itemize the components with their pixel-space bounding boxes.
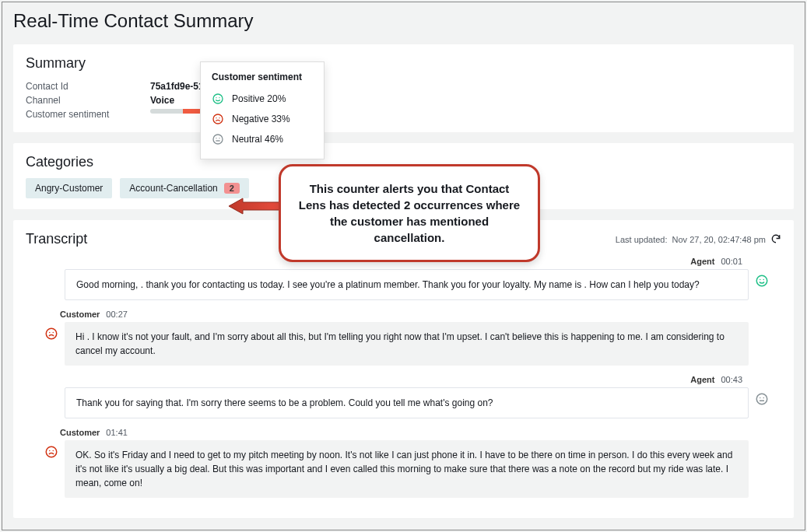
annotation-arrow-icon: [229, 197, 280, 219]
svg-point-8: [216, 138, 216, 138]
page-title: Real-Time Contact Summary: [2, 2, 805, 44]
turn-speaker: Agent: [690, 257, 714, 266]
callout-text: This counter alerts you that Contact Len…: [299, 182, 520, 244]
refresh-icon[interactable]: [770, 233, 781, 246]
turn-speaker: Agent: [690, 375, 714, 384]
turn-time: 00:01: [721, 257, 742, 266]
svg-point-5: [219, 117, 219, 118]
svg-point-3: [213, 114, 223, 124]
turn-speaker: Customer: [60, 428, 100, 437]
turn-bubble: Thank you for saying that. I'm sorry the…: [65, 387, 749, 418]
transcript-turn: Agent 00:43 Thank you for saying that. I…: [51, 375, 774, 418]
neutral-face-icon: [212, 133, 224, 145]
sentiment-bar-neutral: [150, 109, 183, 114]
category-count-badge: 2: [224, 183, 240, 194]
turn-bubble: Good morning, . thank you for contacting…: [65, 269, 749, 300]
svg-point-17: [756, 394, 767, 404]
frown-icon: [44, 440, 60, 462]
svg-point-9: [219, 138, 219, 138]
svg-point-4: [216, 117, 216, 118]
annotation-callout: This counter alerts you that Contact Len…: [279, 164, 540, 262]
turn-time: 00:43: [721, 375, 742, 384]
neutral-face-icon: [755, 387, 774, 409]
transcript-turn: Agent 00:01 Good morning, . thank you fo…: [51, 257, 774, 300]
category-label: Angry-Customer: [35, 183, 103, 194]
last-updated-label: Last updated:: [616, 235, 668, 244]
last-updated-value: Nov 27, 20, 02:47:48 pm: [672, 235, 766, 244]
popover-neutral: Neutral 46%: [232, 134, 283, 145]
frown-icon: [44, 322, 60, 344]
svg-point-23: [53, 450, 54, 452]
turn-time: 00:27: [106, 310, 128, 319]
svg-point-14: [46, 328, 57, 339]
sentiment-label: Customer sentiment: [26, 109, 150, 120]
svg-marker-10: [229, 198, 280, 214]
category-account-cancellation[interactable]: Account-Cancellation 2: [120, 178, 249, 198]
category-angry-customer[interactable]: Angry-Customer: [26, 178, 112, 198]
svg-point-1: [216, 97, 216, 98]
popover-negative: Negative 33%: [232, 114, 290, 124]
svg-point-13: [763, 279, 765, 281]
svg-point-11: [756, 275, 767, 286]
svg-point-6: [213, 135, 223, 144]
svg-point-12: [760, 279, 761, 281]
summary-panel: Summary Contact Id 75a1fd9e-511 Channel …: [13, 44, 794, 132]
svg-point-16: [53, 332, 54, 334]
transcript-panel: Transcript Last updated: Nov 27, 20, 02:…: [13, 220, 794, 518]
turn-bubble: Hi . I know it's not your fault, and I'm…: [65, 322, 749, 366]
category-label: Account-Cancellation: [129, 183, 217, 194]
svg-point-2: [219, 97, 219, 98]
svg-point-15: [49, 332, 51, 334]
channel-label: Channel: [26, 95, 150, 106]
channel-value: Voice: [150, 95, 174, 106]
smile-icon: [755, 269, 774, 291]
transcript-turn: Customer 01:41 OK. So it's Friday and I …: [51, 428, 774, 498]
svg-point-21: [46, 446, 57, 457]
popover-title: Customer sentiment: [212, 72, 313, 82]
contact-id-label: Contact Id: [26, 81, 150, 92]
smile-icon: [212, 93, 224, 105]
frown-icon: [212, 113, 224, 125]
transcript-heading: Transcript: [26, 231, 87, 247]
turn-speaker: Customer: [60, 310, 100, 319]
svg-point-20: [763, 397, 765, 399]
popover-positive: Positive 20%: [232, 93, 286, 104]
svg-point-22: [49, 450, 51, 452]
turn-bubble: OK. So it's Friday and I need to get to …: [65, 440, 749, 498]
summary-heading: Summary: [26, 55, 781, 72]
transcript-turn: Customer 00:27 Hi . I know it's not your…: [51, 310, 774, 366]
svg-point-0: [213, 94, 223, 103]
turn-time: 01:41: [106, 428, 128, 437]
sentiment-popover: Customer sentiment Positive 20% Negative…: [200, 61, 325, 159]
svg-point-19: [760, 397, 761, 399]
